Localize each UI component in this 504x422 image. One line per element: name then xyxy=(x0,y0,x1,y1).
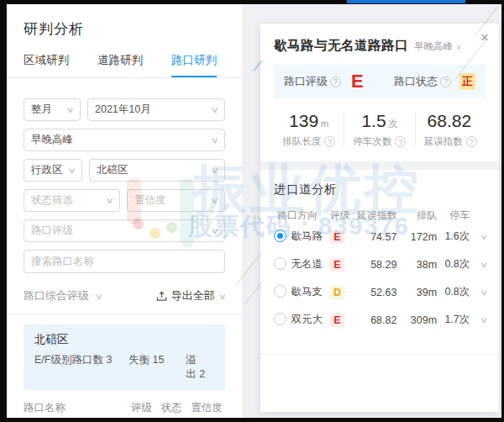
summary-district: 北碚区 xyxy=(34,332,214,347)
kpi-delay-index: 68.82 延误指数? xyxy=(415,111,486,148)
peak-select[interactable]: 早晚高峰 ∨ xyxy=(24,129,225,151)
chevron-down-icon: ∨ xyxy=(455,42,461,51)
help-icon[interactable]: ? xyxy=(330,76,341,87)
radio-button[interactable] xyxy=(274,313,286,325)
month-select[interactable]: 2021年10月 ∨ xyxy=(87,98,225,121)
export-icon xyxy=(156,291,167,302)
rating-label: 路口评级 ? xyxy=(284,74,341,89)
topbar-accent xyxy=(347,0,465,3)
summary-stat-ef: E/F级别路口数 3 xyxy=(34,353,129,382)
composite-rating-select[interactable]: 路口综合评级 ∨ xyxy=(24,288,102,303)
chevron-down-icon: ∨ xyxy=(67,166,76,175)
chevron-down-icon: ∨ xyxy=(210,166,218,175)
grade-badge: E xyxy=(329,230,344,244)
rating-filter-select[interactable]: 路口评级 ∨ xyxy=(24,219,225,242)
district-type-select[interactable]: 行政区 ∨ xyxy=(24,159,82,182)
page-title: 研判分析 xyxy=(24,19,225,39)
delay-index: 74.57 xyxy=(355,231,396,243)
close-icon[interactable]: × xyxy=(480,30,489,45)
delay-index: 58.29 xyxy=(355,259,396,271)
stop-count: 1.7次 xyxy=(437,313,470,327)
export-all-button[interactable]: 导出全部 ∨ xyxy=(156,288,225,303)
approach-row[interactable]: 歇马路 E 74.57 172m 1.6次 ∨ xyxy=(274,223,486,251)
status-filter-select[interactable]: 状态筛选 ∨ xyxy=(24,189,120,212)
help-icon[interactable]: ? xyxy=(466,136,477,147)
chevron-down-icon: ∨ xyxy=(210,105,218,114)
approach-table-header: 路口方向 评级 延误指数 排队 停车 xyxy=(274,208,486,223)
tab-intersection[interactable]: 路口研判 xyxy=(171,53,217,77)
status-label: 路口状态 ? xyxy=(394,74,451,89)
approach-row[interactable]: 双元大 E 68.82 309m 1.7次 ∨ xyxy=(274,306,486,334)
approach-section-title: 进口道分析 xyxy=(274,182,486,198)
district-summary-card[interactable]: 北碚区 E/F级别路口数 3 失衡 15 溢出 2 xyxy=(24,324,225,390)
chevron-down-icon[interactable]: ∨ xyxy=(467,315,489,324)
rating-status-row: 路口评级 ? E 路口状态 ? 正 xyxy=(274,65,486,98)
chevron-down-icon: ∨ xyxy=(218,292,226,301)
status-badge: 正 xyxy=(459,73,475,90)
district-select[interactable]: 北碚区 ∨ xyxy=(89,159,225,182)
section-separator xyxy=(260,161,499,170)
chevron-down-icon: ∨ xyxy=(210,226,218,235)
intersection-detail-card: × 歇马路与无名道路路口 早晚高峰 ∨ 路口评级 ? E 路口状态 ? 正 13… xyxy=(260,24,499,412)
filter-group: 整月 ∨ 2021年10月 ∨ 早晚高峰 ∨ 行政区 ∨ xyxy=(24,98,225,273)
grade-badge: E xyxy=(329,314,344,327)
approach-direction: 歇马路 xyxy=(291,229,329,244)
approach-direction: 歇马支 xyxy=(291,285,329,299)
chevron-down-icon: ∨ xyxy=(210,135,218,145)
app-frame: 研判分析 区域研判 道路研判 路口研判 整月 ∨ 2021年10月 ∨ 早晚高峰 xyxy=(0,0,504,422)
section-divider xyxy=(7,314,242,314)
help-icon[interactable]: ? xyxy=(395,136,406,147)
chevron-down-icon[interactable]: ∨ xyxy=(467,260,489,269)
tab-region[interactable]: 区域研判 xyxy=(24,53,69,77)
grade-badge: D xyxy=(329,286,344,299)
approach-row[interactable]: 无名道 E 58.29 38m 0.8次 ∨ xyxy=(274,251,486,278)
queue-length: 38m xyxy=(396,259,437,271)
tab-road[interactable]: 道路研判 xyxy=(97,53,143,77)
rating-value: E xyxy=(351,71,364,92)
analysis-panel: 研判分析 区域研判 道路研判 路口研判 整月 ∨ 2021年10月 ∨ 早晚高峰 xyxy=(7,4,242,418)
summary-stat-overflow: 溢出 2 xyxy=(186,353,214,382)
analysis-tabs: 区域研判 道路研判 路口研判 xyxy=(24,53,225,77)
delay-index: 68.82 xyxy=(355,314,396,326)
chevron-down-icon: ∨ xyxy=(210,196,218,205)
tabs-divider xyxy=(7,77,242,78)
radio-button[interactable] xyxy=(274,285,286,298)
help-icon[interactable]: ? xyxy=(440,76,451,87)
queue-length: 39m xyxy=(396,287,437,298)
approach-direction: 双元大 xyxy=(291,313,329,327)
chevron-down-icon: ∨ xyxy=(66,105,74,114)
detail-title: 歇马路与无名道路路口 xyxy=(274,37,408,55)
approach-row[interactable]: 歇马支 D 52.63 39m 0.8次 ∨ xyxy=(274,278,486,306)
delay-index: 52.63 xyxy=(355,287,396,298)
period-type-select[interactable]: 整月 ∨ xyxy=(24,98,81,121)
queue-length: 309m xyxy=(396,314,437,326)
chevron-down-icon: ∨ xyxy=(105,196,113,205)
approach-direction: 无名道 xyxy=(291,257,329,272)
stop-count: 0.8次 xyxy=(437,257,470,272)
search-input[interactable]: 搜索路口名称 xyxy=(24,250,225,273)
stop-count: 1.6次 xyxy=(437,229,470,244)
chevron-down-icon[interactable]: ∨ xyxy=(467,232,489,241)
kpi-stop-count: 1.5次 停车次数? xyxy=(344,111,414,148)
kpi-row: 139m 排队长度? 1.5次 停车次数? 68.82 延误指数? xyxy=(274,111,486,148)
radio-button[interactable] xyxy=(274,257,286,270)
peak-period-select[interactable]: 早晚高峰 ∨ xyxy=(414,40,462,53)
confidence-filter-select[interactable]: 置信度 ∨ xyxy=(127,189,225,212)
help-icon[interactable]: ? xyxy=(324,136,335,147)
chevron-down-icon: ∨ xyxy=(95,292,103,301)
grade-badge: E xyxy=(329,258,344,272)
queue-length: 172m xyxy=(396,231,437,243)
intersection-table-header: 路口名称 评级 状态 置信度 xyxy=(24,401,225,415)
stop-count: 0.8次 xyxy=(437,285,470,299)
kpi-queue-length: 139m 排队长度? xyxy=(274,111,344,148)
summary-stat-imbalance: 失衡 15 xyxy=(129,353,186,382)
radio-button[interactable] xyxy=(274,229,286,242)
bottom-divider xyxy=(260,354,499,355)
chevron-down-icon[interactable]: ∨ xyxy=(467,287,489,297)
